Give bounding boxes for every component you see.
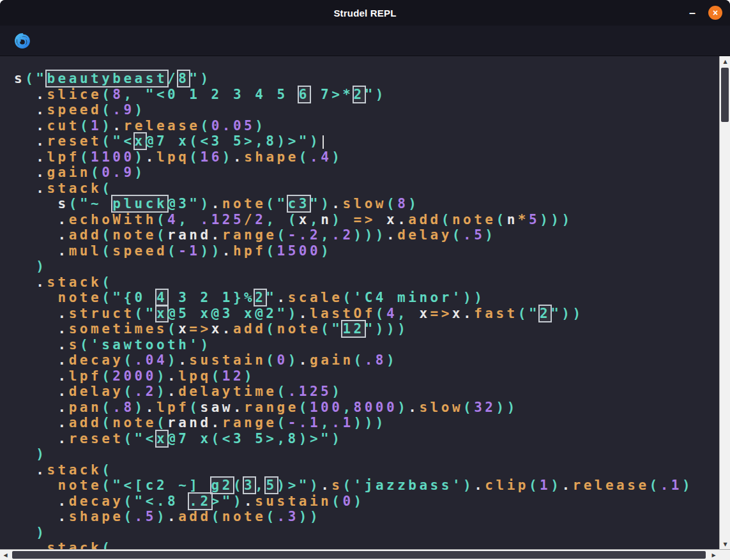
code-token: (: [189, 400, 200, 415]
code-token: ,: [321, 415, 331, 430]
titlebar[interactable]: Strudel REPL – ×: [0, 0, 730, 26]
code-token: ): [135, 400, 146, 415]
code-token: .8: [112, 400, 134, 415]
code-line: s("~ pluck@3").note("c3").slow(8): [14, 196, 719, 212]
code-line: .stack(: [14, 181, 719, 197]
code-token: (: [266, 509, 277, 524]
code-token: .: [14, 275, 47, 290]
scrollbar-corner: [719, 549, 730, 560]
code-token: 2: [255, 212, 266, 227]
code-token: .: [14, 368, 69, 384]
highlighted-token: 3: [244, 478, 255, 493]
code-token: (: [299, 149, 310, 165]
highlighted-token: beautybeast: [47, 71, 167, 86]
highlighted-token: x: [135, 133, 146, 149]
code-token: =>: [189, 321, 211, 337]
code-token: stack: [47, 275, 102, 290]
code-token: .: [14, 384, 69, 399]
code-token: range: [244, 400, 299, 415]
code-token: "<.8: [135, 494, 190, 509]
code-token: 'jazzbass': [354, 478, 463, 493]
code-token: 'sawtooth': [91, 337, 200, 352]
highlighted-token: 12: [342, 321, 364, 337]
code-line: .slice(8, "<0 1 2 3 4 5 6 7>*2"): [14, 87, 719, 103]
code-token: "<: [112, 133, 134, 149]
code-token: add: [69, 227, 102, 243]
code-token: (: [102, 181, 112, 196]
bottom-bar: ◀ ▶: [0, 549, 730, 560]
code-token: ): [463, 478, 474, 493]
code-token: (: [91, 165, 102, 180]
code-token: slow: [342, 196, 386, 211]
code-token: mul: [69, 243, 102, 259]
vertical-scrollbar-track[interactable]: [720, 66, 730, 539]
code-token: (: [211, 509, 222, 524]
code-token: ": [36, 71, 47, 86]
code-token: (: [496, 212, 507, 227]
horizontal-scrollbar-track[interactable]: [11, 550, 708, 560]
code-line: .stack(: [14, 275, 719, 291]
horizontal-scrollbar[interactable]: ◀ ▶: [0, 549, 719, 560]
code-line: .lpf(1100).lpq(16).shape(.4): [14, 149, 719, 165]
scroll-down-button[interactable]: ▼: [720, 539, 730, 549]
code-token: .5: [135, 509, 156, 524]
code-token: .: [14, 87, 47, 102]
code-token: )): [496, 400, 517, 415]
code-token: (: [156, 212, 167, 227]
code-token: .: [14, 400, 69, 415]
code-token: clip: [485, 478, 529, 493]
code-token: .: [561, 478, 572, 493]
vertical-scrollbar-thumb[interactable]: [721, 68, 729, 122]
code-token: (: [201, 118, 211, 133]
code-token: ): [167, 352, 178, 368]
code-token: @3": [167, 196, 200, 211]
code-token: speed: [47, 102, 102, 117]
code-token: ))): [376, 321, 408, 337]
code-token: (: [463, 400, 474, 415]
code-token: 100: [310, 400, 342, 415]
code-token: reset: [47, 133, 102, 149]
code-token: 32: [474, 400, 496, 415]
code-token: ): [551, 478, 561, 493]
code-token: "<: [135, 431, 156, 446]
minimize-button[interactable]: –: [687, 8, 698, 17]
code-token: (: [102, 540, 112, 549]
code-token: .: [386, 227, 397, 243]
code-token: .: [112, 118, 123, 133]
scroll-right-button[interactable]: ▶: [708, 550, 719, 560]
code-line: .cut(1).release(0.05): [14, 118, 719, 134]
code-token: .4: [310, 149, 331, 165]
horizontal-scrollbar-thumb[interactable]: [12, 551, 706, 559]
code-token: (: [529, 478, 540, 493]
code-editor[interactable]: s("beautybeast/8") .slice(8, "<0 1 2 3 4…: [0, 56, 719, 549]
close-button[interactable]: ×: [708, 6, 722, 20]
app-window: Strudel REPL – × s("beautybeast/8") .sli…: [0, 0, 730, 560]
code-token: (: [69, 196, 80, 211]
code-token: scale: [288, 290, 343, 305]
code-line: ): [14, 525, 719, 541]
code-token: gain: [47, 165, 91, 180]
code-token: ": [310, 196, 321, 211]
code-token: rand.: [167, 415, 222, 430]
code-token: 'C4 minor': [354, 290, 463, 305]
code-token: n: [321, 212, 331, 227]
code-token: .3: [277, 509, 299, 524]
window-title: Strudel REPL: [0, 8, 730, 19]
code-token: ): [200, 196, 211, 211]
code-line: .reset("<x@7 x(<3 5>,8)>"): [14, 431, 719, 447]
code-line: .add(note(rand.range(-.1,.1))): [14, 415, 719, 431]
code-token: note: [112, 227, 156, 243]
strudel-logo[interactable]: [13, 31, 32, 50]
scroll-left-button[interactable]: ◀: [0, 550, 11, 560]
code-token: ): [201, 71, 211, 86]
code-token: .: [408, 400, 419, 415]
vertical-scrollbar[interactable]: ▲ ▼: [719, 56, 730, 549]
code-token: .: [14, 337, 69, 352]
code-token: ): [135, 102, 146, 117]
code-token: .: [14, 133, 47, 149]
code-token: ,: [321, 227, 331, 243]
code-token: x.: [211, 321, 233, 337]
code-token: .: [178, 352, 189, 368]
code-token: ): [222, 149, 233, 165]
scroll-up-button[interactable]: ▲: [720, 56, 730, 66]
